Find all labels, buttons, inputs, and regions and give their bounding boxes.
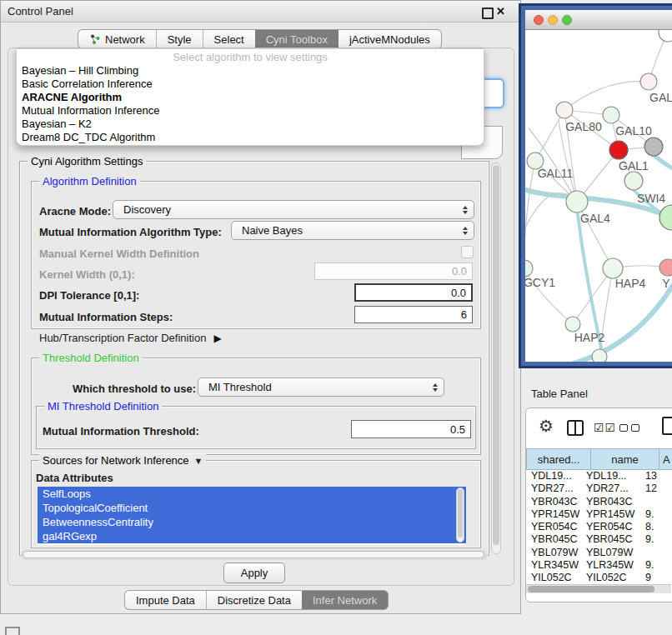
node-swi4[interactable] bbox=[624, 172, 643, 190]
mi-algorithm-type-combobox[interactable]: Naive Bayes bbox=[231, 221, 474, 240]
dropdown-item[interactable]: Bayesian – Hill Climbing bbox=[17, 64, 484, 78]
cell-value: 13 bbox=[642, 470, 671, 482]
mi-algorithm-type-label: Mutual Information Algorithm Type: bbox=[39, 226, 222, 238]
node-label: GCY1 bbox=[525, 276, 555, 289]
table-horizontal-scrollbar[interactable] bbox=[526, 584, 671, 593]
algorithm-dropdown-list: Select algorithm to view settings Bayesi… bbox=[16, 48, 484, 146]
table-row[interactable]: YDL19... YDL19... 13 bbox=[526, 470, 671, 482]
table-row[interactable]: YBR045C YBR045C 9. bbox=[526, 533, 671, 546]
mi-steps-label: Mutual Information Steps: bbox=[39, 311, 173, 323]
list-item[interactable]: SelfLoops bbox=[38, 487, 466, 501]
table-row[interactable]: YLR345W YLR345W 9. bbox=[526, 559, 671, 572]
list-scrollbar-thumb[interactable] bbox=[458, 489, 463, 538]
cell-shared-name: YDR27... bbox=[526, 482, 583, 495]
mi-threshold-field[interactable]: 0.5 bbox=[351, 420, 471, 438]
tab-discretize-data[interactable]: Discretize Data bbox=[207, 590, 302, 610]
which-threshold-combobox[interactable]: MI Threshold bbox=[198, 378, 444, 397]
dropdown-item[interactable]: Mutual Information Inference bbox=[17, 104, 484, 118]
node-label: GAL80 bbox=[565, 120, 602, 133]
column-header-shared-name[interactable]: shared... bbox=[526, 448, 591, 470]
column-header-name[interactable]: name bbox=[591, 448, 659, 470]
list-item[interactable]: BetweennessCentrality bbox=[38, 515, 466, 529]
list-scrollbar[interactable] bbox=[456, 488, 464, 542]
table-row[interactable]: YDR27... YDR27... 12 bbox=[526, 482, 671, 495]
gear-icon[interactable]: ⚙ bbox=[539, 418, 554, 434]
table-horizontal-scrollbar-thumb[interactable] bbox=[528, 586, 654, 592]
network-canvas[interactable]: GAL GAL80 GAL10 GAL1 GAL11 SWI4 GAL4 GCY… bbox=[525, 30, 672, 362]
cell-shared-name: YBR043C bbox=[526, 496, 583, 508]
tab-cyni-toolbox[interactable]: Cyni Toolbox bbox=[255, 29, 339, 49]
node-y-partial[interactable] bbox=[659, 259, 672, 276]
tab-jactivemnodules-label: jActiveMNodules bbox=[349, 33, 430, 46]
node-gal1-selected[interactable] bbox=[609, 141, 628, 159]
node-unlabeled[interactable] bbox=[659, 30, 672, 42]
mi-steps-field[interactable]: 6 bbox=[354, 306, 473, 323]
panel-title: Control Panel bbox=[8, 5, 73, 18]
kernel-width-value: 0.0 bbox=[452, 265, 467, 278]
table-row[interactable]: YBR043C YBR043C bbox=[526, 496, 671, 508]
dropdown-item[interactable]: Bayesian – K2 bbox=[17, 118, 484, 131]
cell-value: 9. bbox=[642, 533, 671, 546]
node-hap4[interactable] bbox=[603, 258, 623, 278]
close-icon[interactable]: ✕ bbox=[496, 5, 505, 18]
dpi-tolerance-field[interactable]: 0.0 bbox=[354, 283, 473, 302]
node-bright-green[interactable] bbox=[659, 205, 672, 230]
settings-scrollbar-thumb[interactable] bbox=[493, 165, 499, 545]
combo-stepper-icon bbox=[433, 378, 438, 396]
node-gal10[interactable] bbox=[603, 107, 619, 123]
cell-shared-name: YLR345W bbox=[526, 559, 583, 572]
node-gal-partial[interactable] bbox=[640, 73, 657, 90]
minimized-panel-icon[interactable] bbox=[5, 627, 20, 635]
table-row[interactable]: YIL052C YIL052C 9 bbox=[526, 572, 671, 584]
cell-name: YDR27... bbox=[583, 482, 642, 495]
tab-select[interactable]: Select bbox=[203, 29, 255, 49]
node-gray[interactable] bbox=[644, 138, 663, 156]
dropdown-item-selected[interactable]: ARACNE Algorithm bbox=[17, 91, 484, 104]
cell-value: 12 bbox=[642, 482, 671, 495]
deselect-all-checkboxes-icon[interactable] bbox=[619, 424, 639, 432]
minimize-traffic-light-icon[interactable] bbox=[548, 15, 558, 25]
node-gal80[interactable] bbox=[556, 102, 573, 118]
list-horizontal-scrollbar-thumb[interactable] bbox=[23, 551, 484, 558]
node-label: SWI4 bbox=[637, 192, 665, 205]
list-item[interactable]: TopologicalCoefficient bbox=[38, 501, 466, 515]
sources-group-header[interactable]: Sources for Network Inference ▼ bbox=[39, 454, 206, 467]
table-panel-title: Table Panel bbox=[531, 388, 588, 400]
float-window-icon[interactable] bbox=[482, 8, 494, 19]
bottom-tabbar: Impute Data Discretize Data Infer Networ… bbox=[124, 590, 389, 610]
dropdown-item[interactable]: Dream8 DC_TDC Algorithm bbox=[17, 131, 484, 144]
node-gcy1[interactable] bbox=[525, 260, 533, 277]
table-row[interactable]: YER054C YER054C 8. bbox=[526, 521, 671, 533]
tab-network[interactable]: Network bbox=[78, 29, 156, 49]
apply-button[interactable]: Apply bbox=[223, 562, 285, 583]
tab-impute-data[interactable]: Impute Data bbox=[124, 590, 206, 610]
hub-definition-expander[interactable]: Hub/Transcription Factor Definition ▶ bbox=[39, 332, 222, 344]
list-horizontal-scrollbar[interactable] bbox=[21, 550, 488, 560]
control-panel-tabbar: Network Style Select Cyni Toolbox jActiv… bbox=[78, 29, 442, 49]
cell-name: YBL079W bbox=[583, 547, 642, 559]
manual-kernel-width-checkbox[interactable] bbox=[461, 246, 474, 258]
network-view-frame: GAL GAL80 GAL10 GAL1 GAL11 SWI4 GAL4 GCY… bbox=[521, 6, 672, 366]
aracne-mode-combobox[interactable]: Discovery bbox=[113, 200, 474, 219]
zoom-traffic-light-icon[interactable] bbox=[562, 15, 572, 25]
column-header-partial[interactable]: A bbox=[659, 448, 672, 470]
node-unlabeled[interactable] bbox=[592, 349, 607, 362]
settings-scrollbar[interactable] bbox=[491, 162, 501, 554]
select-all-checkboxes-icon[interactable]: ☑☑ bbox=[594, 421, 616, 434]
network-window-titlebar[interactable] bbox=[525, 10, 672, 30]
dropdown-item[interactable]: Basic Correlation Inference bbox=[17, 78, 484, 91]
list-item[interactable]: gal4RGexp bbox=[38, 529, 466, 543]
node-hap2[interactable] bbox=[565, 317, 580, 332]
column-layout-icon[interactable] bbox=[567, 420, 584, 436]
node-gal4[interactable] bbox=[566, 191, 588, 212]
apply-button-label: Apply bbox=[241, 567, 268, 579]
table-row[interactable]: YPR145W YPR145W 9. bbox=[526, 508, 671, 521]
table-row[interactable]: YBL079W YBL079W bbox=[526, 547, 671, 559]
document-icon[interactable] bbox=[662, 417, 672, 435]
node-label-group: GAL GAL80 GAL10 GAL1 GAL11 SWI4 GAL4 GCY… bbox=[525, 91, 672, 344]
tab-jactivemnodules[interactable]: jActiveMNodules bbox=[339, 29, 442, 49]
tab-impute-data-label: Impute Data bbox=[136, 594, 195, 607]
tab-infer-network[interactable]: Infer Network bbox=[302, 590, 389, 610]
close-traffic-light-icon[interactable] bbox=[534, 15, 544, 25]
tab-style[interactable]: Style bbox=[157, 29, 203, 49]
